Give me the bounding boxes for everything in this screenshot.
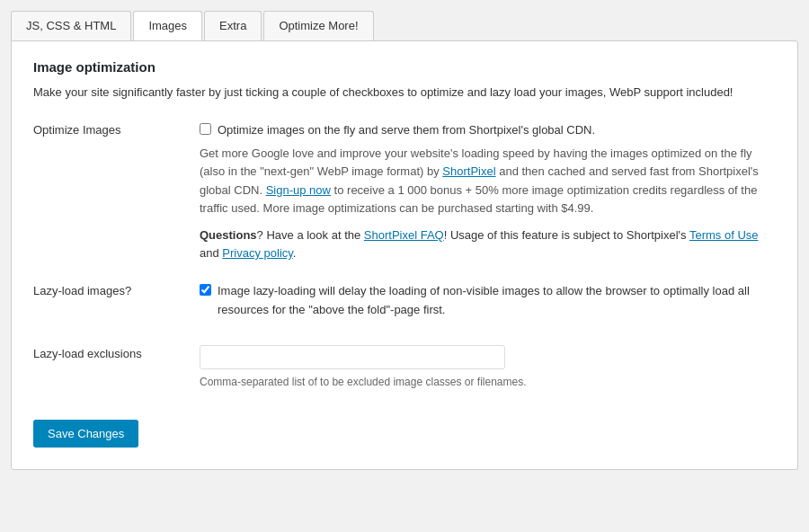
lazy-load-content: Image lazy-loading will delay the loadin…: [200, 282, 776, 325]
lazy-load-row: Lazy-load images? Image lazy-loading wil…: [33, 282, 776, 325]
optimize-images-row: Optimize Images Optimize images on the f…: [33, 121, 776, 263]
shortpixel-link[interactable]: ShortPixel: [442, 164, 495, 178]
terms-link[interactable]: Terms of Use: [689, 228, 759, 242]
lazy-load-checkbox[interactable]: [200, 284, 211, 296]
optimize-images-description: Get more Google love and improve your we…: [200, 145, 776, 217]
panel-title: Image optimization: [33, 59, 776, 75]
lazy-load-checkbox-row: Image lazy-loading will delay the loadin…: [200, 282, 776, 320]
intro-text: Make your site significantly faster by j…: [33, 84, 776, 102]
lazy-load-label: Lazy-load images?: [33, 282, 200, 297]
optimize-images-label: Optimize Images: [33, 121, 200, 137]
lazy-load-exclusions-row: Lazy-load exclusions Comma-separated lis…: [33, 345, 776, 391]
lazy-load-exclusions-content: Comma-separated list of to be excluded i…: [200, 345, 776, 391]
tabs-bar: JS, CSS & HTML Images Extra Optimize Mor…: [11, 11, 798, 40]
tab-extra[interactable]: Extra: [204, 11, 262, 40]
save-changes-button[interactable]: Save Changes: [33, 420, 138, 448]
tab-optimize-more[interactable]: Optimize More!: [263, 11, 373, 40]
lazy-load-exclusions-label: Lazy-load exclusions: [33, 345, 200, 360]
tab-js-css-html[interactable]: JS, CSS & HTML: [11, 11, 131, 40]
lazy-load-checkbox-label[interactable]: Image lazy-loading will delay the loadin…: [218, 282, 776, 320]
lazy-load-exclusions-input[interactable]: [200, 345, 505, 369]
optimize-images-checkbox-label[interactable]: Optimize images on the fly and serve the…: [218, 121, 595, 140]
optimize-images-checkbox-row: Optimize images on the fly and serve the…: [200, 121, 776, 140]
settings-panel: Image optimization Make your site signif…: [11, 40, 798, 470]
optimize-images-checkbox[interactable]: [200, 123, 211, 135]
faq-link[interactable]: ShortPixel FAQ: [364, 228, 444, 242]
questions-block: Questions? Have a look at the ShortPixel…: [200, 226, 776, 262]
tab-images[interactable]: Images: [133, 11, 202, 40]
privacy-link[interactable]: Privacy policy: [222, 246, 293, 260]
signup-link[interactable]: Sign-up now: [266, 183, 331, 197]
optimize-images-content: Optimize images on the fly and serve the…: [200, 121, 776, 263]
lazy-load-exclusions-hint: Comma-separated list of to be excluded i…: [200, 374, 776, 391]
